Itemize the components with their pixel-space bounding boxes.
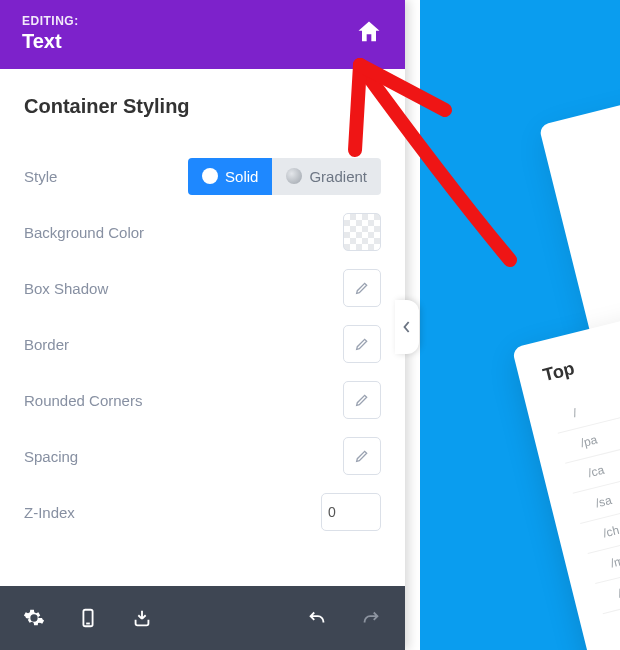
border-label: Border <box>24 336 69 353</box>
pencil-icon <box>354 336 370 352</box>
style-label: Style <box>24 168 57 185</box>
spacing-edit-button[interactable] <box>343 437 381 475</box>
chevron-left-icon <box>402 320 412 334</box>
undo-button[interactable] <box>303 604 331 632</box>
gear-icon <box>23 607 45 629</box>
background-color-row: Background Color <box>24 204 381 260</box>
home-icon <box>355 18 383 46</box>
editor-panel: EDITING: Text Container Styling Style So… <box>0 0 405 650</box>
box-shadow-row: Box Shadow <box>24 260 381 316</box>
redo-icon <box>360 607 382 629</box>
z-index-input[interactable] <box>321 493 381 531</box>
download-icon <box>131 607 153 629</box>
collapse-panel-button[interactable] <box>395 300 419 354</box>
rounded-corners-edit-button[interactable] <box>343 381 381 419</box>
gradient-swatch-icon <box>286 168 302 184</box>
redo-button[interactable] <box>357 604 385 632</box>
section-title: Container Styling <box>24 95 381 118</box>
style-gradient-label: Gradient <box>309 168 367 185</box>
undo-icon <box>306 607 328 629</box>
pencil-icon <box>354 280 370 296</box>
border-edit-button[interactable] <box>343 325 381 363</box>
pencil-icon <box>354 392 370 408</box>
background-color-label: Background Color <box>24 224 144 241</box>
panel-footer <box>0 586 405 650</box>
style-gradient-button[interactable]: Gradient <box>272 158 381 195</box>
style-segmented: Solid Gradient <box>188 158 381 195</box>
rounded-corners-row: Rounded Corners <box>24 372 381 428</box>
background-color-picker[interactable] <box>343 213 381 251</box>
box-shadow-label: Box Shadow <box>24 280 108 297</box>
mobile-preview-button[interactable] <box>74 604 102 632</box>
style-solid-label: Solid <box>225 168 258 185</box>
panel-body: Container Styling Style Solid Gradient B… <box>0 69 405 586</box>
mobile-icon <box>77 607 99 629</box>
spacing-label: Spacing <box>24 448 78 465</box>
box-shadow-edit-button[interactable] <box>343 269 381 307</box>
panel-header: EDITING: Text <box>0 0 405 69</box>
style-row: Style Solid Gradient <box>24 148 381 204</box>
editing-value: Text <box>22 30 79 53</box>
settings-button[interactable] <box>20 604 48 632</box>
editing-label: EDITING: <box>22 14 79 28</box>
style-solid-button[interactable]: Solid <box>188 158 272 195</box>
rounded-corners-label: Rounded Corners <box>24 392 142 409</box>
save-button[interactable] <box>128 604 156 632</box>
z-index-row: Z-Index <box>24 484 381 540</box>
border-row: Border <box>24 316 381 372</box>
pencil-icon <box>354 448 370 464</box>
spacing-row: Spacing <box>24 428 381 484</box>
home-button[interactable] <box>355 18 383 50</box>
z-index-label: Z-Index <box>24 504 75 521</box>
preview-canvas: Top / /pa /ca /sa /ch /m /m <box>405 0 620 650</box>
solid-swatch-icon <box>202 168 218 184</box>
